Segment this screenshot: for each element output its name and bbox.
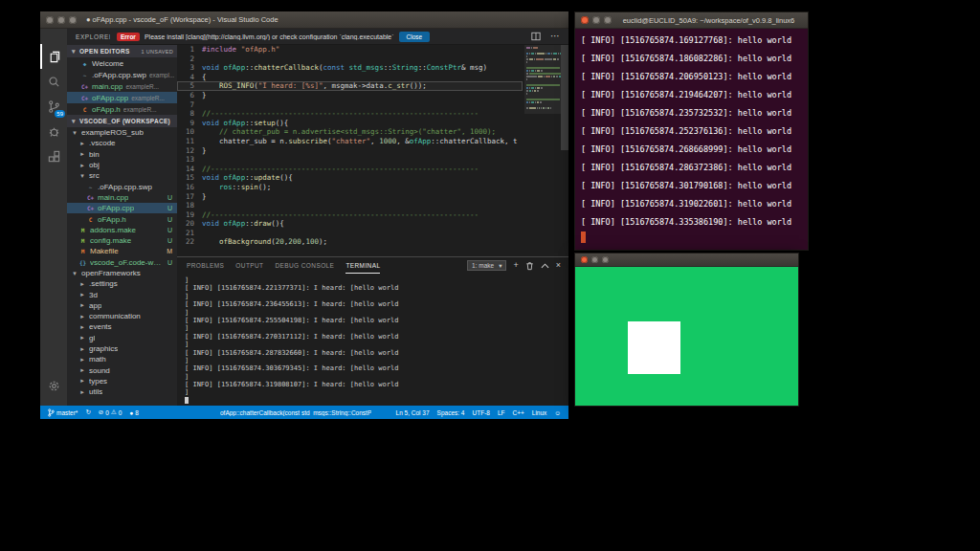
maximize-panel-icon[interactable] bbox=[541, 263, 549, 269]
file-item[interactable]: C+main.cppU bbox=[67, 192, 177, 203]
extensions-icon[interactable] bbox=[40, 143, 67, 168]
folder-item[interactable]: ▾exampleROS_sub bbox=[67, 127, 177, 138]
file-item[interactable]: CoFApp.hU bbox=[67, 213, 177, 224]
folder-item[interactable]: ▸math bbox=[67, 354, 177, 364]
file-item[interactable]: C+oFApp.cppU bbox=[67, 203, 177, 213]
gterm-output[interactable]: [ INFO] [1516765874.169127768]: hello wo… bbox=[575, 29, 808, 250]
folder-item[interactable]: ▸utils bbox=[67, 386, 177, 397]
code-line[interactable]: 14//------------------------------------… bbox=[177, 165, 523, 174]
source-control-icon[interactable]: 59 bbox=[40, 94, 67, 119]
minimize-button[interactable] bbox=[591, 256, 598, 263]
language-mode[interactable]: C++ bbox=[513, 409, 524, 416]
file-item[interactable]: Maddons.makeU bbox=[67, 225, 177, 235]
code-line[interactable]: 15void ofApp::update(){ bbox=[177, 173, 523, 183]
search-icon[interactable] bbox=[40, 69, 67, 94]
folder-item[interactable]: ▸sound bbox=[67, 365, 177, 376]
folder-item[interactable]: ▸.settings bbox=[67, 278, 177, 289]
code-line[interactable]: 10 // chatter_pub = n.advertise<std_msgs… bbox=[177, 127, 523, 137]
minimap[interactable] bbox=[524, 45, 561, 256]
folder-item[interactable]: ▸gl bbox=[67, 333, 177, 343]
open-editor-item[interactable]: C+oFApp.cppexampleR... bbox=[67, 92, 177, 103]
folder-item[interactable]: ▾src bbox=[67, 170, 177, 181]
encoding[interactable]: UTF-8 bbox=[473, 409, 490, 416]
more-actions-icon[interactable]: ⋯ bbox=[550, 32, 560, 41]
maximize-button[interactable] bbox=[602, 256, 609, 263]
code-line[interactable]: 21 bbox=[177, 229, 523, 238]
folder-item[interactable]: ▸.vscode bbox=[67, 138, 177, 148]
folder-item[interactable]: ▸communication bbox=[67, 311, 177, 321]
ofapp-titlebar[interactable] bbox=[575, 253, 798, 267]
folder-item[interactable]: ▸obj bbox=[67, 160, 177, 170]
panel-tab-problems[interactable]: PROBLEMS bbox=[187, 257, 224, 274]
open-editor-item[interactable]: ◆Welcome bbox=[67, 57, 177, 69]
notification-close-button[interactable]: Close bbox=[399, 32, 431, 42]
feedback-smiley-icon[interactable]: ☺ bbox=[554, 409, 561, 416]
code-line[interactable]: 18 bbox=[177, 201, 523, 210]
code-line[interactable]: 20void ofApp::draw(){ bbox=[177, 219, 523, 229]
code-line[interactable]: 17} bbox=[177, 192, 523, 202]
panel-tab-terminal[interactable]: TERMINAL bbox=[345, 257, 380, 274]
editor-scrollbar[interactable] bbox=[561, 45, 568, 256]
folder-item[interactable]: ▸app bbox=[67, 300, 177, 311]
code-line[interactable]: 5 ROS_INFO("I heard: [%s]", msgmak->data… bbox=[177, 81, 523, 91]
maximize-button[interactable] bbox=[604, 16, 612, 24]
code-line[interactable]: 1#include "ofApp.h" bbox=[177, 45, 523, 55]
os-indicator[interactable]: Linux bbox=[532, 409, 547, 416]
folder-item[interactable]: ▾openFrameworks bbox=[67, 268, 177, 278]
code-line[interactable]: 6} bbox=[177, 91, 523, 100]
settings-gear-icon[interactable] bbox=[40, 373, 67, 398]
open-editor-item[interactable]: C+main.cppexampleR... bbox=[67, 80, 177, 92]
folder-item[interactable]: ▸events bbox=[67, 321, 177, 332]
close-button[interactable] bbox=[581, 16, 589, 24]
problems-indicator[interactable]: ⊘ 0 ⚠ 0 bbox=[99, 408, 122, 416]
open-editor-item[interactable]: ~.oFApp.cpp.swpexampl... bbox=[67, 69, 177, 80]
close-button[interactable] bbox=[46, 16, 54, 24]
editor[interactable]: 1#include "ofApp.h"23void ofApp::chatter… bbox=[177, 29, 568, 256]
code-line[interactable]: 22 ofBackground(20,200,100); bbox=[177, 237, 523, 247]
folder-item[interactable]: ▸types bbox=[67, 376, 177, 386]
file-item[interactable]: Mconfig.makeU bbox=[67, 235, 177, 246]
code-line[interactable]: 11 chatter_sub = n.subscribe("chatter", … bbox=[177, 137, 523, 146]
split-editor-icon[interactable] bbox=[531, 32, 541, 41]
minimize-button[interactable] bbox=[57, 16, 65, 24]
extra-indicator[interactable]: ● 8 bbox=[129, 409, 139, 416]
git-branch-indicator[interactable]: master* bbox=[48, 408, 78, 417]
code-line[interactable]: 8//-------------------------------------… bbox=[177, 109, 523, 119]
code-line[interactable]: 9void ofApp::setup(){ bbox=[177, 119, 523, 128]
panel-tab-debug-console[interactable]: DEBUG CONSOLE bbox=[275, 257, 334, 274]
folder-item[interactable]: ▸graphics bbox=[67, 343, 177, 354]
code-line[interactable]: 12} bbox=[177, 146, 523, 156]
code-line[interactable]: 4{ bbox=[177, 73, 523, 82]
minimize-button[interactable] bbox=[592, 16, 600, 24]
code-line[interactable]: 2 bbox=[177, 55, 523, 64]
close-panel-icon[interactable]: × bbox=[556, 261, 561, 270]
indentation[interactable]: Spaces: 4 bbox=[437, 409, 465, 416]
cursor-position[interactable]: Ln 5, Col 37 bbox=[396, 409, 430, 416]
open-editor-item[interactable]: CoFApp.hexampleR... bbox=[67, 103, 177, 115]
sync-icon[interactable]: ↻ bbox=[85, 408, 90, 416]
panel-tab-output[interactable]: OUTPUT bbox=[235, 257, 263, 274]
file-item[interactable]: {}vscode_oF.code-wor...U bbox=[67, 257, 177, 268]
new-terminal-icon[interactable]: + bbox=[513, 261, 518, 270]
file-item[interactable]: MMakefileM bbox=[67, 246, 177, 256]
code-line[interactable]: 13 bbox=[177, 155, 523, 165]
code-line[interactable]: 19//------------------------------------… bbox=[177, 210, 523, 220]
terminal-select[interactable]: 1: make ▾ bbox=[467, 260, 506, 271]
workspace-header[interactable]: ▾ VSCODE_OF (WORKSPACE) bbox=[67, 115, 177, 127]
terminal-output[interactable]: ][ INFO] [1516765874.221377371]: I heard… bbox=[177, 274, 568, 406]
folder-item[interactable]: ▸bin bbox=[67, 149, 177, 160]
vscode-titlebar[interactable]: ● oFApp.cpp - vscode_oF (Workspace) - Vi… bbox=[40, 11, 568, 29]
debug-icon[interactable] bbox=[40, 119, 67, 143]
maximize-button[interactable] bbox=[69, 16, 77, 24]
terminal-titlebar[interactable]: euclid@EUCLID_50A9: ~/workspace/of_v0.9.… bbox=[575, 12, 808, 29]
code-line[interactable]: 16 ros::spin(); bbox=[177, 183, 523, 192]
explorer-icon[interactable] bbox=[40, 44, 67, 69]
folder-item[interactable]: ▸3d bbox=[67, 289, 177, 299]
close-button[interactable] bbox=[581, 256, 588, 263]
open-editors-header[interactable]: ▾ OPEN EDITORS 1 UNSAVED bbox=[67, 45, 177, 57]
scrollbar-thumb[interactable] bbox=[561, 45, 568, 150]
code-line[interactable]: 3void ofApp::chatterCallback(const std_m… bbox=[177, 63, 523, 73]
code-line[interactable]: 7 bbox=[177, 100, 523, 110]
eol[interactable]: LF bbox=[498, 409, 505, 416]
file-item[interactable]: ~.oFApp.cpp.swp bbox=[67, 181, 177, 191]
